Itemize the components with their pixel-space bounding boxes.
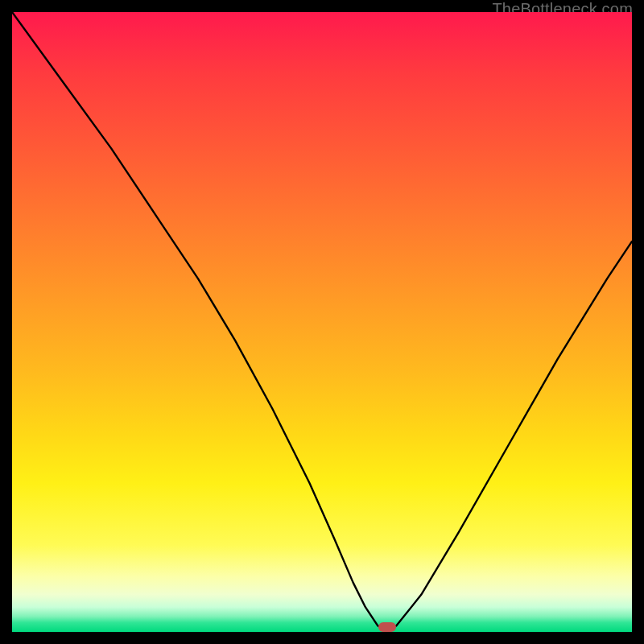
optimum-marker	[378, 622, 396, 632]
chart-frame	[12, 12, 632, 632]
chart-background-gradient	[12, 12, 632, 632]
